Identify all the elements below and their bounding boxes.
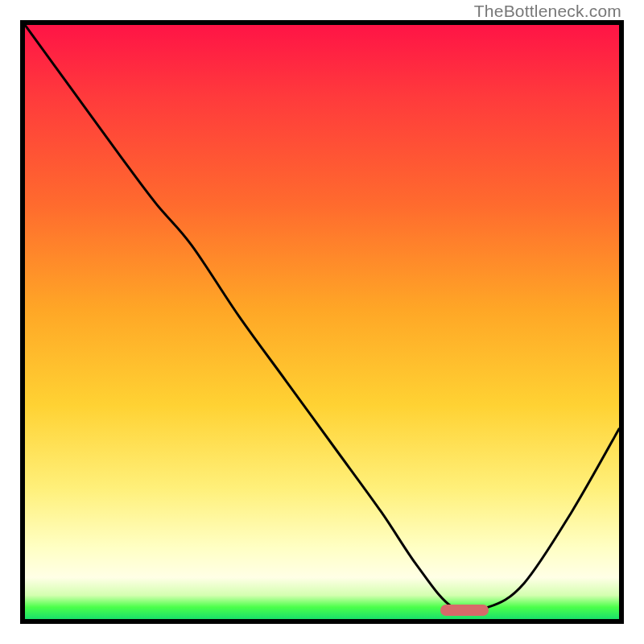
optimal-marker: [440, 605, 489, 616]
bottleneck-curve: [25, 25, 619, 619]
chart-frame: [20, 20, 624, 624]
attribution-text: TheBottleneck.com: [474, 2, 621, 21]
